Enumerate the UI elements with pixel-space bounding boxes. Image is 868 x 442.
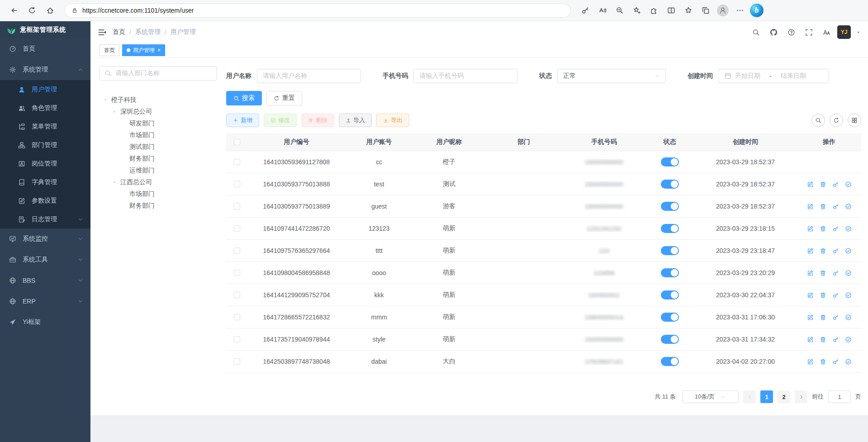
breadcrumb-item-0[interactable]: 首页 [113, 28, 125, 36]
sidebar-item-erp[interactable]: ERP [0, 291, 90, 312]
collections-button[interactable] [698, 4, 712, 18]
delete-op-icon[interactable] [820, 358, 826, 365]
row-checkbox[interactable] [234, 225, 240, 232]
tree-node[interactable]: 市场部门 [100, 188, 217, 200]
edit-op-icon[interactable] [807, 314, 814, 321]
delete-op-icon[interactable] [820, 247, 826, 254]
reset-password-op-icon[interactable] [832, 247, 839, 254]
add-button[interactable]: 新增 [226, 114, 259, 127]
refresh-button[interactable] [24, 3, 40, 18]
tree-node[interactable]: 测试部门 [100, 141, 217, 153]
assign-role-op-icon[interactable] [845, 203, 852, 210]
delete-button[interactable]: 删除 [301, 114, 334, 127]
aloud-button[interactable] [595, 4, 609, 18]
assign-role-op-icon[interactable] [845, 225, 852, 232]
dots-button[interactable] [733, 4, 747, 18]
page-size-select[interactable]: 10条/页 [682, 390, 739, 403]
question-button[interactable] [784, 25, 798, 39]
edit-op-icon[interactable] [807, 225, 814, 232]
close-icon[interactable]: × [157, 48, 161, 53]
row-checkbox[interactable] [234, 159, 240, 165]
edit-op-icon[interactable] [807, 270, 814, 276]
delete-op-icon[interactable] [820, 314, 826, 321]
tab-home[interactable]: 首页 [100, 44, 119, 56]
sidebar-item-system-monitor[interactable]: 系统监控 [0, 228, 90, 249]
status-toggle[interactable] [661, 157, 679, 166]
tree-caret-icon[interactable] [112, 109, 120, 114]
sidebar-item-dict-management[interactable]: 字典管理 [0, 173, 90, 191]
tree-node[interactable]: 研发部门 [100, 118, 217, 129]
key-button[interactable] [578, 4, 592, 18]
delete-op-icon[interactable] [820, 270, 826, 276]
page-2-button[interactable]: 2 [778, 390, 790, 403]
status-select[interactable]: 正常 [557, 69, 666, 83]
back-button[interactable] [6, 3, 22, 18]
github-button[interactable] [767, 25, 780, 39]
prev-page-button[interactable] [743, 390, 756, 403]
puzzle-button[interactable] [647, 4, 661, 18]
delete-op-icon[interactable] [820, 336, 826, 343]
columns-button[interactable] [848, 114, 861, 127]
sidebar-item-menu-management[interactable]: 菜单管理 [0, 117, 90, 136]
zoomout-button[interactable] [612, 4, 626, 18]
reset-password-op-icon[interactable] [832, 314, 839, 321]
status-toggle[interactable] [661, 268, 679, 277]
assign-role-op-icon[interactable] [845, 247, 852, 254]
starbar-button[interactable] [681, 4, 695, 18]
tree-node[interactable]: 江西总公司 [100, 176, 217, 188]
reset-password-op-icon[interactable] [832, 292, 839, 299]
import-button[interactable]: 导入 [339, 114, 372, 127]
edit-op-icon[interactable] [807, 292, 814, 299]
tree-node[interactable]: 市场部门 [100, 129, 217, 141]
assign-role-op-icon[interactable] [845, 336, 852, 343]
reset-button[interactable]: 重置 [266, 91, 302, 105]
status-toggle[interactable] [661, 224, 679, 233]
sidebar-item-user-management[interactable]: 用户管理 [0, 80, 90, 99]
tree-node[interactable]: 橙子科技 [100, 94, 217, 106]
sidebar-item-param-settings[interactable]: 参数设置 [0, 191, 90, 210]
phone-number-input[interactable]: 请输入手机号码 [413, 69, 517, 83]
tree-node[interactable]: 财务部门 [100, 200, 217, 212]
select-all-checkbox[interactable] [234, 139, 240, 145]
edit-op-icon[interactable] [807, 247, 814, 254]
sidebar-item-log-management[interactable]: 日志管理 [0, 210, 90, 228]
delete-op-icon[interactable] [820, 292, 826, 299]
delete-op-icon[interactable] [820, 225, 826, 232]
search-button[interactable] [749, 25, 763, 39]
edit-op-icon[interactable] [807, 358, 814, 365]
row-checkbox[interactable] [234, 314, 240, 320]
tree-caret-icon[interactable] [103, 98, 111, 102]
edit-button[interactable]: 修改 [264, 114, 297, 127]
sidebar-item-system-management[interactable]: 系统管理 [0, 59, 90, 80]
tree-node[interactable]: 财务部门 [100, 153, 217, 165]
sidebar-item-yi-framework[interactable]: Yi框架 [0, 312, 90, 333]
status-toggle[interactable] [661, 313, 679, 322]
reset-password-op-icon[interactable] [832, 358, 839, 365]
hide-search-button[interactable] [811, 114, 825, 127]
home-button[interactable] [43, 3, 58, 18]
address-bar[interactable]: https://ccnetcore.com:1101/system/user [64, 4, 571, 18]
row-checkbox[interactable] [234, 336, 240, 342]
export-button[interactable]: 导出 [376, 114, 409, 127]
create-time-input[interactable]: 开始日期-结束日期 [718, 69, 829, 83]
reset-password-op-icon[interactable] [832, 225, 839, 232]
status-toggle[interactable] [661, 290, 679, 299]
starplus-button[interactable] [630, 4, 644, 18]
goto-input[interactable]: 1 [828, 390, 851, 403]
row-checkbox[interactable] [234, 247, 240, 254]
url-text[interactable]: https://ccnetcore.com:1101/system/user [82, 7, 194, 14]
edit-op-icon[interactable] [807, 181, 814, 188]
edit-op-icon[interactable] [807, 336, 814, 343]
tab-user-management[interactable]: 用户管理× [122, 44, 165, 56]
status-toggle[interactable] [661, 246, 679, 255]
hamburger-fold-icon[interactable] [98, 28, 106, 37]
sidebar-item-role-management[interactable]: 角色管理 [0, 99, 90, 117]
assign-role-op-icon[interactable] [845, 181, 852, 188]
assign-role-op-icon[interactable] [845, 270, 852, 276]
assign-role-op-icon[interactable] [845, 292, 852, 299]
fontsize-button[interactable] [820, 25, 833, 39]
search-button[interactable]: 搜索 [226, 91, 262, 105]
row-checkbox[interactable] [234, 358, 240, 365]
reset-password-op-icon[interactable] [832, 270, 839, 276]
reset-password-op-icon[interactable] [832, 203, 839, 210]
